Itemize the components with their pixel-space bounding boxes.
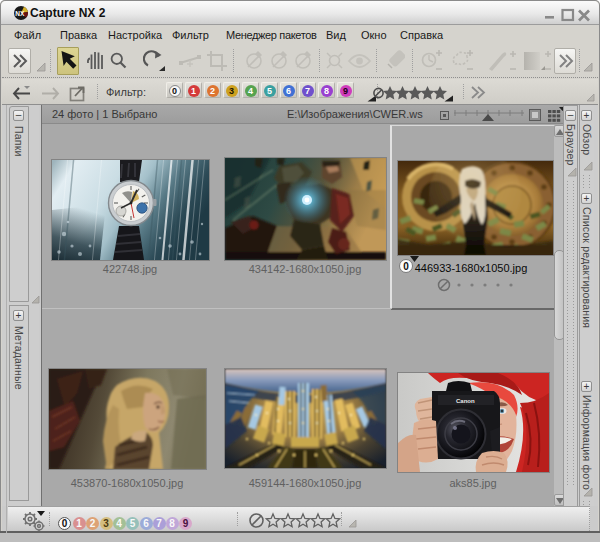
svg-text:Canon: Canon (456, 398, 475, 404)
svg-text:NX: NX (15, 10, 25, 17)
